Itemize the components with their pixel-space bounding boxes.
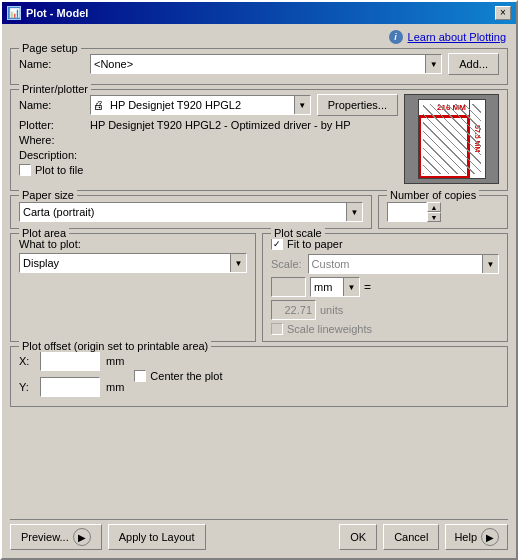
where-label: Where: <box>19 134 84 146</box>
scale-lineweights-checkbox <box>271 323 283 335</box>
y-label: Y: <box>19 381 34 393</box>
plot-to-file-label: Plot to file <box>35 164 83 176</box>
printer-label: Printer/plotter <box>19 83 91 95</box>
learn-about-plotting-link[interactable]: Learn about Plotting <box>408 31 506 43</box>
preview-arrow-icon: ▶ <box>73 528 91 546</box>
printer-dropdown[interactable]: 🖨 HP Designjet T920 HPGL2 ▼ <box>90 95 311 115</box>
paper-size-group: Paper size Carta (portrait) ▼ <box>10 195 372 229</box>
page-setup-dropdown-arrow[interactable]: ▼ <box>425 55 441 73</box>
preview-button[interactable]: Preview... ▶ <box>10 524 102 550</box>
printer-dropdown-arrow[interactable]: ▼ <box>294 96 310 114</box>
description-label: Description: <box>19 149 84 161</box>
plot-scale-label: Plot scale <box>271 227 325 239</box>
page-setup-value: <None> <box>91 58 425 70</box>
footer-row: Preview... ▶ Apply to Layout OK Cancel H… <box>10 519 508 552</box>
what-to-plot-value: Display <box>20 257 230 269</box>
apply-to-layout-button[interactable]: Apply to Layout <box>108 524 206 550</box>
scale-dropdown-arrow[interactable]: ▼ <box>482 255 498 273</box>
printer-name-value: HP Designjet T920 HPGL2 <box>107 99 294 111</box>
paper-size-value: Carta (portrait) <box>20 206 346 218</box>
info-icon: i <box>389 30 403 44</box>
plotter-value: HP Designjet T920 HPGL2 - Optimized driv… <box>90 119 351 131</box>
plotter-label: Plotter: <box>19 119 84 131</box>
window-icon: 📊 <box>7 6 21 20</box>
copies-input[interactable]: 1 <box>387 202 427 222</box>
plot-area-label: Plot area <box>19 227 69 239</box>
x-mm-label: mm <box>106 355 124 367</box>
copies-label: Number of copies <box>387 189 479 201</box>
units-text-label: units <box>320 304 343 316</box>
copies-down-button[interactable]: ▼ <box>427 212 441 222</box>
help-arrow-icon: ▶ <box>481 528 499 546</box>
ok-button[interactable]: OK <box>339 524 377 550</box>
info-row: i Learn about Plotting <box>10 30 508 44</box>
name-label: Name: <box>19 58 84 70</box>
help-button[interactable]: Help ▶ <box>445 524 508 550</box>
window-title: Plot - Model <box>26 7 88 19</box>
y-mm-label: mm <box>106 381 124 393</box>
plot-scale-group: Plot scale ✓ Fit to paper Scale: Custom … <box>262 233 508 342</box>
center-plot-label: Center the plot <box>150 370 222 382</box>
what-to-plot-dropdown[interactable]: Display ▼ <box>19 253 247 273</box>
what-to-plot-label: What to plot: <box>19 238 247 250</box>
close-button[interactable]: × <box>495 6 511 20</box>
add-button[interactable]: Add... <box>448 53 499 75</box>
copies-group: Number of copies 1 ▲ ▼ <box>378 195 508 229</box>
paper-size-dropdown[interactable]: Carta (portrait) ▼ <box>19 202 363 222</box>
scale-lineweights-label: Scale lineweights <box>287 323 372 335</box>
paper-size-dropdown-arrow[interactable]: ▼ <box>346 203 362 221</box>
scale-value: Custom <box>309 258 482 270</box>
paper-preview: 216 MM 57.5 MM <box>404 94 499 184</box>
printer-group: Printer/plotter Name: 🖨 HP Designjet T92… <box>10 89 508 191</box>
paper-visual: 216 MM 57.5 MM <box>418 99 486 179</box>
page-setup-label: Page setup <box>19 42 81 54</box>
printer-name-label: Name: <box>19 99 84 111</box>
center-plot-checkbox[interactable] <box>134 370 146 382</box>
x-input[interactable]: 11.55 <box>40 351 100 371</box>
fit-to-paper-label: Fit to paper <box>287 238 343 250</box>
copies-up-button[interactable]: ▲ <box>427 202 441 212</box>
plot-offset-group: Plot offset (origin set to printable are… <box>10 346 508 407</box>
cancel-button[interactable]: Cancel <box>383 524 439 550</box>
scale-label: Scale: <box>271 258 302 270</box>
units-number-value: 22.71 <box>271 300 316 320</box>
mm-unit-value: mm <box>311 281 343 293</box>
x-label: X: <box>19 355 34 367</box>
plot-area-group: Plot area What to plot: Display ▼ <box>10 233 256 342</box>
units-dropdown-arrow[interactable]: ▼ <box>343 278 359 296</box>
y-input[interactable]: -13.65 <box>40 377 100 397</box>
units-dropdown[interactable]: mm ▼ <box>310 277 360 297</box>
paper-size-label: Paper size <box>19 189 77 201</box>
plot-dialog: 📊 Plot - Model × i Learn about Plotting … <box>0 0 518 560</box>
page-setup-dropdown[interactable]: <None> ▼ <box>90 54 442 74</box>
title-bar: 📊 Plot - Model × <box>2 2 516 24</box>
scale-dropdown[interactable]: Custom ▼ <box>308 254 499 274</box>
page-setup-group: Page setup Name: <None> ▼ Add... <box>10 48 508 85</box>
plot-to-file-checkbox[interactable] <box>19 164 31 176</box>
what-to-plot-dropdown-arrow[interactable]: ▼ <box>230 254 246 272</box>
scale-number-input[interactable]: 1 <box>271 277 306 297</box>
fit-to-paper-checkbox[interactable]: ✓ <box>271 238 283 250</box>
paper-hatch <box>423 104 481 174</box>
dialog-content: i Learn about Plotting Page setup Name: … <box>2 24 516 558</box>
plot-offset-label: Plot offset (origin set to printable are… <box>19 340 211 352</box>
properties-button[interactable]: Properties... <box>317 94 398 116</box>
page-setup-name-row: Name: <None> ▼ Add... <box>19 53 499 75</box>
